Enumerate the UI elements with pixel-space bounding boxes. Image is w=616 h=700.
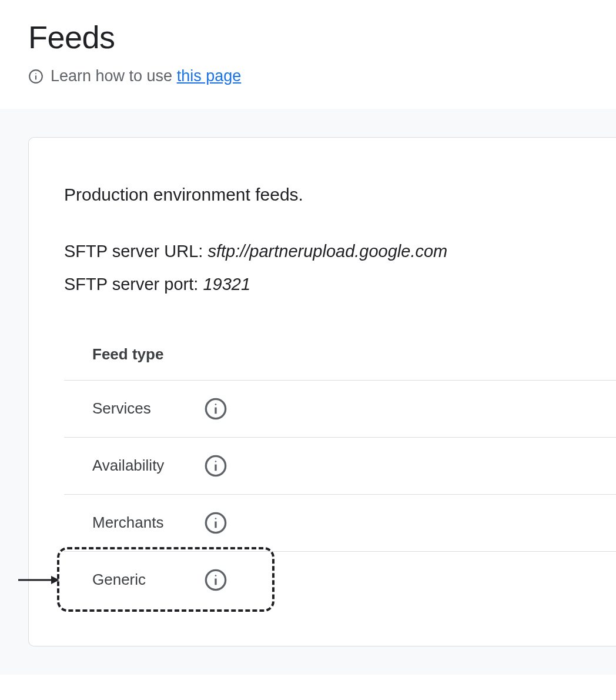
page-header: Feeds Learn how to use this page: [0, 0, 616, 109]
table-row[interactable]: Merchants: [64, 495, 616, 552]
card-heading: Production environment feeds.: [64, 185, 616, 205]
arrow-annotation: [18, 574, 59, 586]
sftp-port-label: SFTP server port:: [64, 275, 203, 294]
table-row[interactable]: Generic: [64, 552, 616, 608]
svg-point-2: [35, 73, 36, 74]
feed-name: Generic: [92, 571, 204, 589]
table-row[interactable]: Availability: [64, 438, 616, 495]
svg-point-16: [215, 575, 217, 576]
info-icon[interactable]: [204, 397, 227, 421]
subtitle-text: Learn how to use this page: [51, 67, 241, 85]
learn-link[interactable]: this page: [177, 67, 242, 85]
subtitle-prefix: Learn how to use: [51, 67, 177, 85]
sftp-url-value: sftp://partnerupload.google.com: [207, 242, 447, 261]
info-icon[interactable]: [204, 511, 227, 535]
highlight-wrapper: Generic: [64, 552, 616, 608]
info-icon[interactable]: [204, 454, 227, 478]
content-area: Production environment feeds. SFTP serve…: [0, 109, 616, 675]
sftp-url-label: SFTP server URL:: [64, 242, 207, 261]
svg-marker-13: [51, 576, 59, 584]
table-header: Feed type: [64, 345, 616, 381]
sftp-url-row: SFTP server URL: sftp://partnerupload.go…: [64, 238, 616, 265]
feeds-card: Production environment feeds. SFTP serve…: [28, 137, 616, 646]
svg-point-5: [215, 404, 217, 405]
feed-name: Merchants: [92, 514, 204, 532]
feed-name: Services: [92, 399, 204, 418]
subtitle-row: Learn how to use this page: [28, 67, 588, 85]
feed-name: Availability: [92, 456, 204, 475]
server-info-block: SFTP server URL: sftp://partnerupload.go…: [64, 238, 616, 298]
svg-point-11: [215, 518, 217, 519]
page-title: Feeds: [28, 19, 588, 55]
sftp-port-value: 19321: [203, 275, 250, 294]
svg-point-8: [215, 461, 217, 462]
info-icon: [28, 69, 43, 84]
table-row[interactable]: Services: [64, 381, 616, 438]
table-header-label: Feed type: [92, 345, 163, 363]
feeds-table: Feed type Services Availability: [64, 345, 616, 608]
sftp-port-row: SFTP server port: 19321: [64, 271, 616, 298]
info-icon[interactable]: [204, 568, 227, 592]
